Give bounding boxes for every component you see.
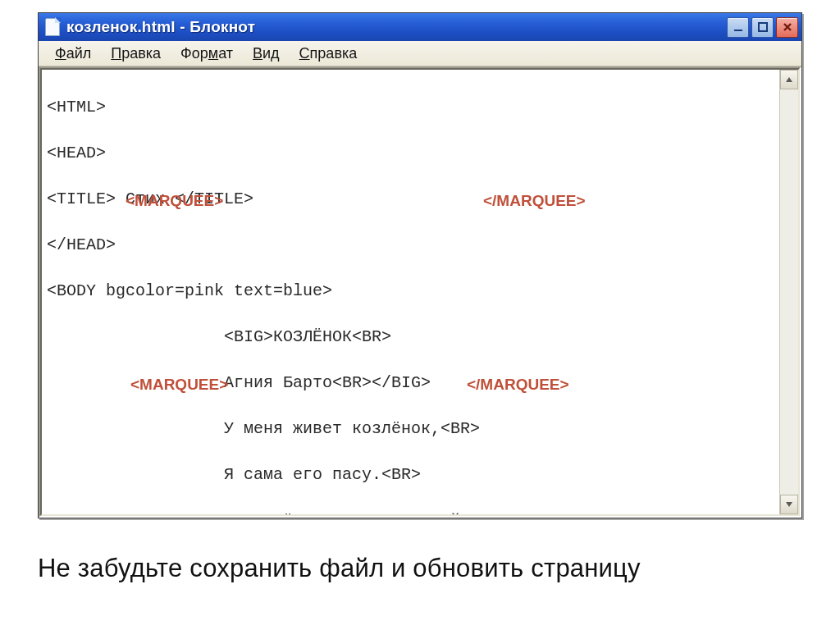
menu-edit[interactable]: Правка [101,43,171,64]
slide-caption: Не забудьте сохранить файл и обновить ст… [38,554,641,583]
client-frame-inner: <HTML> <HEAD> <TITLE> Стих </TITLE> </HE… [40,68,800,516]
menu-format-ul: м [208,45,218,62]
svg-rect-0 [734,30,742,31]
client-frame-outer: <HTML> <HEAD> <TITLE> Стих </TITLE> </HE… [39,66,801,518]
menu-format-pre: Фор [180,45,208,62]
code-line: Я сама его пасу.<BR> [47,463,774,486]
vertical-scrollbar[interactable] [779,70,798,514]
menu-edit-post: равка [121,45,161,62]
notepad-window: козленок.html - Блокнот Файл Правка Форм… [38,12,802,518]
code-line: <BIG>КОЗЛЁНОК<BR> [47,326,774,349]
menu-help[interactable]: Справка [290,43,368,64]
menu-help-ul: С [299,45,310,62]
code-line: <BODY bgcolor=pink text=blue> [47,280,774,303]
text-editor[interactable]: <HTML> <HEAD> <TITLE> Стих </TITLE> </HE… [42,70,779,514]
code-line: Я козлёнка в сад зеленый <BR> [47,509,774,514]
window-title: козленок.html - Блокнот [66,18,255,36]
code-line: Агния Барто<BR></BIG> [47,372,774,395]
menubar: Файл Правка Формат Вид Справка [39,41,801,66]
code-line: <TITLE> Стих </TITLE> [47,188,774,211]
titlebar[interactable]: козленок.html - Блокнот [39,13,801,41]
minimize-button[interactable] [727,17,749,38]
menu-edit-ul: П [111,45,121,62]
svg-rect-1 [759,23,767,31]
scroll-up-button[interactable] [780,70,798,89]
code-line: <HEAD> [47,142,774,165]
menu-format[interactable]: Формат [171,43,243,64]
menu-file-post: айл [66,45,92,62]
menu-format-post: ат [218,45,233,62]
scroll-down-button[interactable] [780,495,798,514]
menu-view[interactable]: Вид [243,43,290,64]
code-line: У меня живет козлёнок,<BR> [47,418,774,441]
menu-help-post: правка [310,45,358,62]
menu-view-post: ид [262,45,280,62]
scroll-track[interactable] [780,89,798,495]
menu-view-ul: В [253,45,262,62]
code-line: </HEAD> [47,234,774,257]
notepad-file-icon [45,18,60,36]
menu-file[interactable]: Файл [45,43,101,64]
code-line: <HTML> [47,96,774,119]
close-button[interactable] [776,17,798,38]
maximize-button[interactable] [751,17,774,38]
menu-file-ul: Ф [55,45,66,62]
